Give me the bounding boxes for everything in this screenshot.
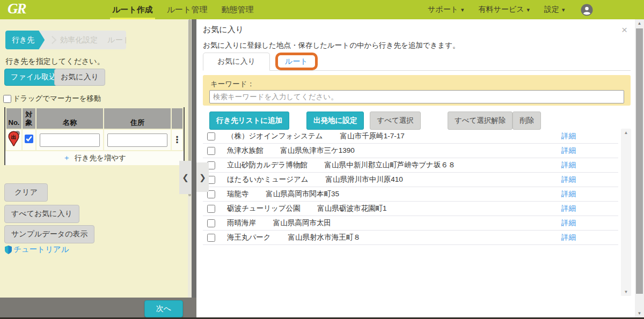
all-favorites-button[interactable]: すべてお気に入り [4, 205, 79, 223]
kebab-menu-icon[interactable]: ⋮ [173, 135, 182, 145]
header-no: No. [6, 108, 21, 129]
detail-link[interactable]: 詳細 [561, 204, 576, 213]
favorite-row-checkbox[interactable] [207, 234, 215, 242]
step-tab[interactable]: 行き先 [5, 31, 45, 49]
step-tabs: 行き先 効率化設定 ルート表示 [5, 31, 126, 49]
favorite-row: （株）ジオインフォシステム 富山市千原崎1-7-17 詳細 [203, 129, 618, 144]
clear-button[interactable]: クリア [4, 183, 48, 202]
detail-link[interactable]: 詳細 [561, 189, 576, 199]
step-tab[interactable]: 効率化設定 [45, 31, 103, 49]
favorite-name: 砺波チューリップ公園 [227, 204, 301, 213]
row-menu-cell: ⋮ [172, 130, 182, 150]
panel-title: お気に入り [203, 25, 244, 35]
collapse-left-button[interactable]: ❮ [179, 161, 192, 194]
header-menu-item[interactable]: サポート ▾ [428, 5, 464, 14]
header-menu-item[interactable]: 設定 ▾ [544, 5, 565, 14]
favorite-address: 富山県射水市海王町８ [288, 233, 361, 242]
step-tab-label: 効率化設定 [60, 35, 98, 45]
left-sidebar: 行き先 効率化設定 ルート表示 行き先を指定してください。 ファイル取込 お気に… [0, 19, 192, 298]
favorite-address: 富山県高岡市太田 [273, 218, 331, 228]
detail-link[interactable]: 詳細 [561, 233, 576, 242]
favorite-name: （株）ジオインフォシステム [227, 131, 323, 141]
detail-link[interactable]: 詳細 [561, 218, 576, 228]
step-tab[interactable]: ルート表示 [103, 31, 126, 49]
detail-link[interactable]: 詳細 [561, 175, 576, 184]
caret-down-icon: ▾ [461, 6, 464, 13]
favorite-row-checkbox[interactable] [207, 147, 215, 155]
favorite-row: 雨晴海岸 富山県高岡市太田 詳細 [203, 216, 618, 231]
header-menu-label: 有料サービス [479, 5, 524, 14]
action-button[interactable]: すべて選択 [370, 112, 420, 130]
header-menu-label: サポート [428, 5, 458, 14]
svg-text:出: 出 [11, 134, 17, 140]
action-buttons: 行き先リストに追加 出発地に設定 すべて選択 すべて選択解除 削除 [209, 112, 541, 130]
keyword-search-box: キーワード： [203, 75, 631, 106]
action-button-label: すべて選択 [377, 116, 413, 124]
name-cell [36, 130, 103, 150]
action-button[interactable]: 出発地に設定 [306, 112, 364, 130]
header-menu-list: サポート ▾ 有料サービス ▾ 設定 ▾ [428, 5, 580, 14]
favorite-name: 魚津水族館 [227, 146, 264, 155]
favorite-row-checkbox[interactable] [207, 205, 215, 213]
app-logo[interactable]: GR [8, 1, 26, 17]
sample-data-button[interactable]: サンプルデータの表示 [4, 225, 94, 243]
panel-tab[interactable]: お気に入り [203, 53, 270, 71]
target-cell [23, 130, 35, 150]
action-button[interactable]: すべて選択解除 [448, 112, 513, 130]
tutorial-label: チュートリアル [13, 244, 69, 255]
destination-table: No. 対象 名称 住所 出 [4, 107, 185, 165]
sidebar-instruction: 行き先を指定してください。 [5, 57, 105, 66]
shield-icon [4, 245, 12, 254]
address-cell [104, 130, 171, 150]
tutorial-link[interactable]: チュートリアル [4, 244, 69, 255]
keyword-input[interactable] [209, 90, 624, 103]
nav-tab[interactable]: ルート作成 [105, 0, 160, 19]
favorite-address: 富山市千原崎1-7-17 [340, 131, 405, 141]
detail-link[interactable]: 詳細 [561, 131, 576, 141]
page-scroll-down-icon[interactable]: ▼ [635, 311, 644, 316]
favorite-address: 富山県滑川市中川原410 [326, 175, 403, 184]
top-header: GR ルート作成 ルート管理 動態管理 サポート [0, 0, 644, 19]
detail-link[interactable]: 詳細 [561, 160, 576, 170]
panel-tab-label: お気に入り [217, 57, 255, 66]
app-window: GR ルート作成 ルート管理 動態管理 サポート [0, 0, 644, 319]
page-scrollbar-thumb[interactable] [636, 28, 643, 294]
scroll-down-icon[interactable]: ▼ [621, 290, 631, 294]
panel-tab[interactable]: ルート [275, 53, 318, 70]
step-tab-label: 行き先 [12, 35, 34, 45]
departure-pin-icon: 出 [8, 130, 20, 147]
keyword-label: キーワード： [210, 79, 254, 89]
caret-down-icon: ▾ [527, 6, 530, 13]
nav-tab-label: ルート管理 [167, 5, 208, 14]
close-icon[interactable]: × [621, 25, 627, 35]
add-destination-button[interactable]: ＋ 行き先を増やす [5, 151, 184, 165]
destination-name-input[interactable] [40, 133, 100, 147]
favorite-address: 富山県砺波市花園町1 [318, 204, 387, 213]
page-scroll-up-icon[interactable]: ▲ [635, 21, 644, 26]
nav-tab[interactable]: ルート管理 [160, 0, 215, 19]
destination-target-checkbox[interactable] [25, 135, 33, 143]
sidebar-scrollbar[interactable] [188, 19, 192, 298]
user-avatar-glyph [581, 4, 593, 16]
panel-divider [192, 19, 196, 317]
destination-address-input[interactable] [107, 133, 167, 147]
drag-marker-checkbox[interactable] [3, 95, 11, 103]
user-avatar-icon[interactable] [581, 4, 593, 16]
page-scrollbar[interactable]: ▲ ▼ [635, 19, 644, 317]
favorite-row-checkbox[interactable] [207, 132, 215, 140]
list-scrollbar[interactable]: ▲ ▼ [621, 129, 631, 296]
action-button[interactable]: 行き先リストに追加 [209, 112, 289, 130]
favorites-button[interactable]: お気に入り [54, 69, 105, 86]
nav-tab-label: 動態管理 [221, 5, 253, 14]
header-right-nav: サポート ▾ 有料サービス ▾ 設定 ▾ [428, 0, 593, 19]
next-button[interactable]: 次へ [144, 300, 183, 317]
expand-right-button[interactable]: ❯ [196, 162, 209, 192]
header-menu-item[interactable]: 有料サービス ▾ [479, 5, 530, 14]
nav-tab[interactable]: 動態管理 [214, 0, 260, 19]
action-button[interactable]: 削除 [513, 112, 541, 130]
chevron-right-icon: ❯ [199, 173, 206, 182]
scroll-up-icon[interactable]: ▲ [621, 130, 631, 135]
favorite-address: 富山県魚津市三ケ1390 [281, 146, 355, 155]
detail-link[interactable]: 詳細 [561, 146, 576, 155]
favorite-row-checkbox[interactable] [207, 219, 215, 227]
